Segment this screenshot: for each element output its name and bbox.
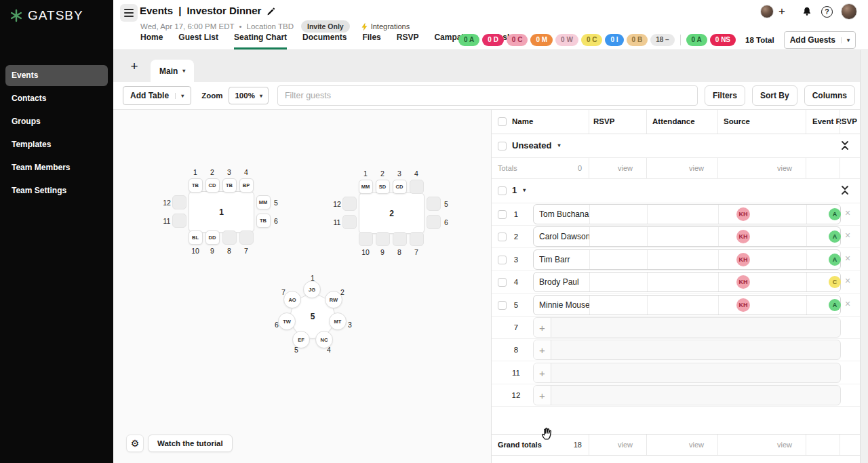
row-checkbox[interactable] xyxy=(498,210,507,219)
seat-chip-2-9[interactable] xyxy=(376,232,390,246)
help-icon[interactable]: ? xyxy=(821,6,833,18)
group-checkbox[interactable] xyxy=(498,142,507,150)
remove-guest-icon[interactable]: × xyxy=(845,276,850,285)
guest-name[interactable]: Carol Dawson xyxy=(539,227,589,246)
seat-chip-5-3[interactable]: MT xyxy=(329,313,347,330)
count-badge-invited[interactable]: 0 I xyxy=(605,34,623,46)
remove-guest-icon[interactable]: × xyxy=(845,299,850,308)
add-member-plus-icon[interactable]: + xyxy=(778,5,785,18)
guest-name[interactable]: Brody Paul xyxy=(539,273,579,291)
seat-chip-5-1[interactable]: JG xyxy=(303,281,321,298)
count-badge-attended[interactable]: 0 A xyxy=(686,34,707,46)
seat-chip-1-6[interactable]: TB xyxy=(256,214,271,228)
count-badge-waitlist[interactable]: 0 W xyxy=(555,34,578,46)
caret-down-icon[interactable]: ▾ xyxy=(182,68,185,74)
watch-tutorial-button[interactable]: Watch the tutorial xyxy=(148,435,233,452)
remove-guest-icon[interactable]: × xyxy=(845,254,850,263)
guest-name[interactable]: Tim Barr xyxy=(539,250,570,269)
row-checkbox[interactable] xyxy=(498,233,507,241)
count-badge-c2[interactable]: 0 C xyxy=(581,34,603,46)
group-row-unseated[interactable]: Unseated ▾ xyxy=(492,134,860,158)
seat-chip-1-10[interactable]: BL xyxy=(189,230,203,245)
settings-gear-icon[interactable]: ⚙ xyxy=(126,435,144,452)
caret-down-icon[interactable]: ▾ xyxy=(175,93,184,99)
count-badge-attending[interactable]: 0 A xyxy=(458,34,479,46)
seat-chip-2-3[interactable]: CD xyxy=(393,180,407,194)
zoom-select[interactable]: 100% ▾ xyxy=(229,87,268,104)
seat-chip-2-11[interactable] xyxy=(342,215,357,229)
new-chart-plus-button[interactable]: + xyxy=(127,59,142,74)
tab-home[interactable]: Home xyxy=(140,33,163,49)
guest-name[interactable]: Minnie Mouse xyxy=(539,296,589,315)
row-checkbox[interactable] xyxy=(498,256,507,264)
count-badge-none[interactable]: 18 – xyxy=(650,34,674,46)
view-link[interactable]: view xyxy=(717,441,799,449)
guest-name[interactable]: Tom Buchana... xyxy=(539,205,589,224)
seat-chip-1-2[interactable]: CD xyxy=(205,178,220,193)
seat-chip-2-1[interactable]: MM xyxy=(359,180,373,194)
seat-chip-2-5[interactable] xyxy=(427,197,441,211)
seat-chip-1-1[interactable]: TB xyxy=(189,178,203,193)
integrations-link[interactable]: Integrations xyxy=(360,22,410,31)
seat-chip-5-7[interactable]: AO xyxy=(283,291,301,308)
tab-rsvp[interactable]: RSVP xyxy=(397,33,419,49)
tab-seating-chart[interactable]: Seating Chart xyxy=(234,33,287,49)
sidebar-item-team-settings[interactable]: Team Settings xyxy=(5,180,108,201)
add-guests-button[interactable]: Add Guests ▾ xyxy=(784,31,856,49)
filters-button[interactable]: Filters xyxy=(705,85,745,106)
seat-chip-2-4[interactable] xyxy=(410,180,424,194)
columns-button[interactable]: Columns xyxy=(804,85,855,106)
seat-chip-1-3[interactable]: TB xyxy=(222,178,237,193)
seat-chip-2-2[interactable]: SD xyxy=(376,180,390,194)
seat-chip-1-5[interactable]: MM xyxy=(256,195,271,209)
hamburger-menu-icon[interactable] xyxy=(120,4,138,22)
add-table-button[interactable]: Add Table ▾ xyxy=(123,86,191,105)
sidebar-item-events[interactable]: Events xyxy=(5,65,108,86)
group-checkbox[interactable] xyxy=(498,186,507,195)
filter-guests-input[interactable] xyxy=(277,85,698,106)
sidebar-item-groups[interactable]: Groups xyxy=(5,111,108,132)
seat-chip-1-9[interactable]: DD xyxy=(205,230,220,245)
seat-chip-2-8[interactable] xyxy=(393,232,407,246)
notifications-bell-icon[interactable] xyxy=(802,6,812,17)
count-badge-declined[interactable]: 0 D xyxy=(482,34,504,46)
caret-down-icon[interactable]: ▾ xyxy=(841,37,850,43)
select-all-checkbox[interactable] xyxy=(498,117,507,126)
guest-card[interactable]: Minnie Mouse KH A xyxy=(533,295,841,315)
view-link[interactable]: view xyxy=(589,441,639,449)
add-guest-to-seat-button[interactable]: + xyxy=(534,363,551,382)
group-label-table-1[interactable]: 1 ▾ xyxy=(512,185,526,195)
seat-chip-1-12[interactable] xyxy=(172,195,186,209)
chart-tab-main[interactable]: Main ▾ xyxy=(151,60,194,82)
group-row-table-1[interactable]: 1 ▾ xyxy=(492,179,860,203)
caret-down-icon[interactable]: ▾ xyxy=(558,142,561,148)
tab-documents[interactable]: Documents xyxy=(302,33,347,49)
add-guest-to-seat-button[interactable]: + xyxy=(534,340,551,359)
seat-chip-5-6[interactable]: TW xyxy=(278,313,296,330)
count-badge-c1[interactable]: 0 C xyxy=(507,34,528,46)
tab-guest-list[interactable]: Guest List xyxy=(178,33,218,49)
guest-card[interactable]: Brody Paul KH C xyxy=(533,272,841,292)
remove-guest-icon[interactable]: × xyxy=(845,208,850,218)
view-link[interactable]: view xyxy=(717,164,799,172)
collapse-icon[interactable] xyxy=(840,140,850,153)
sidebar-item-templates[interactable]: Templates xyxy=(5,134,108,155)
seat-chip-1-8[interactable] xyxy=(222,230,237,245)
table-1[interactable]: 1 xyxy=(189,191,254,233)
guest-card[interactable]: Tim Barr KH A xyxy=(533,249,841,270)
view-link[interactable]: view xyxy=(646,441,711,449)
collapse-icon[interactable] xyxy=(840,185,850,198)
guest-card[interactable]: Tom Buchana... KH A xyxy=(533,204,841,224)
group-label-unseated[interactable]: Unseated ▾ xyxy=(512,140,561,150)
count-badge-b[interactable]: 0 B xyxy=(627,34,648,46)
add-guest-to-seat-button[interactable]: + xyxy=(534,318,551,337)
edit-pencil-icon[interactable] xyxy=(267,6,275,16)
user-avatar[interactable] xyxy=(841,3,857,20)
team-avatar[interactable] xyxy=(760,5,774,18)
row-checkbox[interactable] xyxy=(498,301,507,310)
view-link[interactable]: view xyxy=(589,164,639,172)
sidebar-item-contacts[interactable]: Contacts xyxy=(5,88,108,109)
count-badge-maybe[interactable]: 0 M xyxy=(530,34,553,46)
caret-down-icon[interactable]: ▾ xyxy=(523,187,526,193)
sort-by-button[interactable]: Sort By xyxy=(752,85,797,106)
